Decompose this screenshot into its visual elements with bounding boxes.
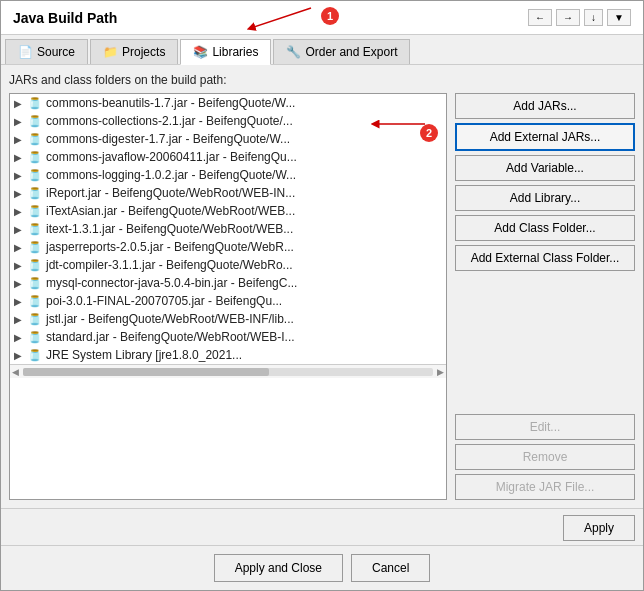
arrow-1 [201, 3, 331, 33]
tab-projects[interactable]: 📁 Projects [90, 39, 178, 64]
list-item[interactable]: ▶ 🫙 jdt-compiler-3.1.1.jar - BeifengQuot… [10, 256, 446, 274]
tab-projects-label: Projects [122, 45, 165, 59]
jar-icon: 🫙 [28, 295, 42, 308]
list-item[interactable]: ▶ 🫙 standard.jar - BeifengQuote/WebRoot/… [10, 328, 446, 346]
expand-icon: ▶ [14, 278, 24, 289]
jar-icon: 🫙 [28, 223, 42, 236]
jar-icon: 🫙 [28, 313, 42, 326]
list-item[interactable]: ▶ 🫙 JRE System Library [jre1.8.0_2021... [10, 346, 446, 364]
tab-source[interactable]: 📄 Source [5, 39, 88, 64]
list-item[interactable]: ▶ 🫙 commons-beanutils-1.7.jar - BeifengQ… [10, 94, 446, 112]
action-buttons-panel: Add JARs... Add External JARs... Add Var… [455, 93, 635, 500]
add-class-folder-button[interactable]: Add Class Folder... [455, 215, 635, 241]
list-item[interactable]: ▶ 🫙 commons-collections-2.1.jar - Beifen… [10, 112, 446, 130]
title-bar: Java Build Path 1 ← → ↓ ▼ [1, 1, 643, 35]
item-label: jdt-compiler-3.1.1.jar - BeifengQuote/We… [46, 258, 293, 272]
expand-icon: ▶ [14, 296, 24, 307]
footer-bar: Apply and Close Cancel [1, 545, 643, 590]
item-label: commons-javaflow-20060411.jar - BeifengQ… [46, 150, 297, 164]
libraries-icon: 📚 [193, 45, 208, 59]
content-area: JARs and class folders on the build path… [1, 65, 643, 508]
edit-button[interactable]: Edit... [455, 414, 635, 440]
nav-buttons: ← → ↓ ▼ [528, 9, 631, 26]
back-button[interactable]: ← [528, 9, 552, 26]
window-title: Java Build Path [13, 10, 117, 26]
expand-icon: ▶ [14, 170, 24, 181]
item-label: standard.jar - BeifengQuote/WebRoot/WEB-… [46, 330, 295, 344]
item-label: mysql-connector-java-5.0.4-bin.jar - Bei… [46, 276, 297, 290]
expand-icon: ▶ [14, 260, 24, 271]
expand-icon: ▶ [14, 314, 24, 325]
tab-source-label: Source [37, 45, 75, 59]
list-item[interactable]: ▶ 🫙 jstl.jar - BeifengQuote/WebRoot/WEB-… [10, 310, 446, 328]
item-label: itext-1.3.1.jar - BeifengQuote/WebRoot/W… [46, 222, 293, 236]
item-label: commons-collections-2.1.jar - BeifengQuo… [46, 114, 293, 128]
add-jars-button[interactable]: Add JARs... [455, 93, 635, 119]
order-export-icon: 🔧 [286, 45, 301, 59]
expand-icon: ▶ [14, 134, 24, 145]
apply-and-close-button[interactable]: Apply and Close [214, 554, 343, 582]
list-item[interactable]: ▶ 🫙 poi-3.0.1-FINAL-20070705.jar - Beife… [10, 292, 446, 310]
apply-button[interactable]: Apply [563, 515, 635, 541]
horizontal-scrollbar[interactable]: ◀ ▶ [10, 364, 446, 378]
list-item[interactable]: ▶ 🫙 iReport.jar - BeifengQuote/WebRoot/W… [10, 184, 446, 202]
jar-icon: 🫙 [28, 133, 42, 146]
jar-icon: 🫙 [28, 151, 42, 164]
add-variable-button[interactable]: Add Variable... [455, 155, 635, 181]
expand-icon: ▶ [14, 98, 24, 109]
down-button[interactable]: ↓ [584, 9, 603, 26]
expand-icon: ▶ [14, 206, 24, 217]
item-label: iTextAsian.jar - BeifengQuote/WebRoot/WE… [46, 204, 295, 218]
list-item[interactable]: ▶ 🫙 commons-logging-1.0.2.jar - BeifengQ… [10, 166, 446, 184]
expand-icon: ▶ [14, 350, 24, 361]
list-item[interactable]: ▶ 🫙 jasperreports-2.0.5.jar - BeifengQuo… [10, 238, 446, 256]
jar-icon: 🫙 [28, 241, 42, 254]
apply-row: Apply [1, 508, 643, 545]
java-build-path-window: Java Build Path 1 ← → ↓ ▼ 📄 Source 📁 Pro… [0, 0, 644, 591]
main-panel: 2 ▶ 🫙 commons-beanutils-1.7.jar - Beifen… [9, 93, 635, 500]
tab-libraries-label: Libraries [212, 45, 258, 59]
tab-libraries[interactable]: 📚 Libraries [180, 39, 271, 65]
item-label: JRE System Library [jre1.8.0_2021... [46, 348, 242, 362]
add-external-jars-button[interactable]: Add External JARs... [455, 123, 635, 151]
item-label: jstl.jar - BeifengQuote/WebRoot/WEB-INF/… [46, 312, 294, 326]
item-label: commons-digester-1.7.jar - BeifengQuote/… [46, 132, 290, 146]
forward-button[interactable]: → [556, 9, 580, 26]
add-library-button[interactable]: Add Library... [455, 185, 635, 211]
item-label: commons-logging-1.0.2.jar - BeifengQuote… [46, 168, 296, 182]
jar-icon: 🫙 [28, 97, 42, 110]
jar-icon: 🫙 [28, 349, 42, 362]
jar-icon: 🫙 [28, 331, 42, 344]
expand-icon: ▶ [14, 152, 24, 163]
tab-bar: 📄 Source 📁 Projects 📚 Libraries 🔧 Order … [1, 35, 643, 65]
list-item[interactable]: ▶ 🫙 itext-1.3.1.jar - BeifengQuote/WebRo… [10, 220, 446, 238]
expand-icon: ▶ [14, 224, 24, 235]
list-item[interactable]: ▶ 🫙 commons-digester-1.7.jar - BeifengQu… [10, 130, 446, 148]
list-item[interactable]: ▶ 🫙 iTextAsian.jar - BeifengQuote/WebRoo… [10, 202, 446, 220]
expand-icon: ▶ [14, 116, 24, 127]
expand-icon: ▶ [14, 242, 24, 253]
jar-list-panel[interactable]: 2 ▶ 🫙 commons-beanutils-1.7.jar - Beifen… [9, 93, 447, 500]
jar-icon: 🫙 [28, 205, 42, 218]
source-icon: 📄 [18, 45, 33, 59]
cancel-button[interactable]: Cancel [351, 554, 430, 582]
jar-icon: 🫙 [28, 169, 42, 182]
remove-button[interactable]: Remove [455, 444, 635, 470]
item-label: poi-3.0.1-FINAL-20070705.jar - BeifengQu… [46, 294, 282, 308]
jar-icon: 🫙 [28, 259, 42, 272]
tab-order-export-label: Order and Export [305, 45, 397, 59]
item-label: iReport.jar - BeifengQuote/WebRoot/WEB-I… [46, 186, 295, 200]
expand-icon: ▶ [14, 188, 24, 199]
list-item[interactable]: ▶ 🫙 mysql-connector-java-5.0.4-bin.jar -… [10, 274, 446, 292]
jar-icon: 🫙 [28, 187, 42, 200]
list-item[interactable]: ▶ 🫙 commons-javaflow-20060411.jar - Beif… [10, 148, 446, 166]
add-external-class-folder-button[interactable]: Add External Class Folder... [455, 245, 635, 271]
expand-icon: ▶ [14, 332, 24, 343]
item-label: commons-beanutils-1.7.jar - BeifengQuote… [46, 96, 295, 110]
item-label: jasperreports-2.0.5.jar - BeifengQuote/W… [46, 240, 294, 254]
migrate-jar-button[interactable]: Migrate JAR File... [455, 474, 635, 500]
projects-icon: 📁 [103, 45, 118, 59]
menu-button[interactable]: ▼ [607, 9, 631, 26]
jar-icon: 🫙 [28, 277, 42, 290]
tab-order-export[interactable]: 🔧 Order and Export [273, 39, 410, 64]
